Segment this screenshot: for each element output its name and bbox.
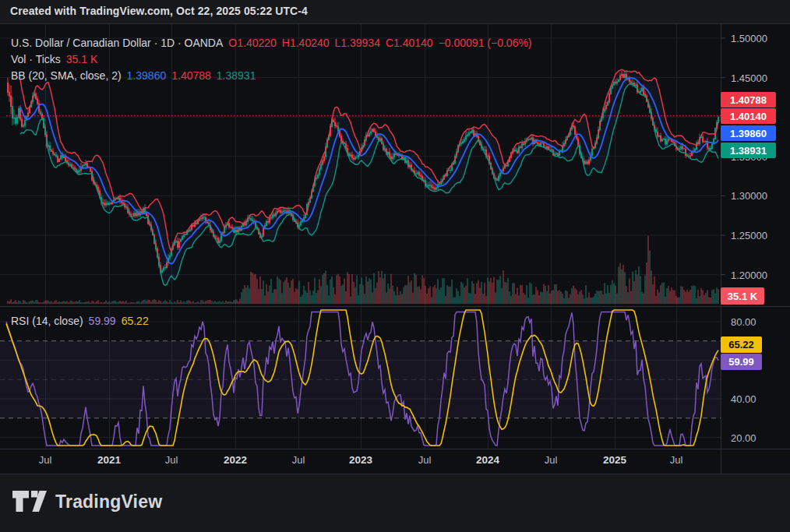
tradingview-chart-export: { "colors": { "red": "#f23645", "teal": …: [0, 0, 790, 532]
chart-canvas[interactable]: [0, 0, 790, 532]
